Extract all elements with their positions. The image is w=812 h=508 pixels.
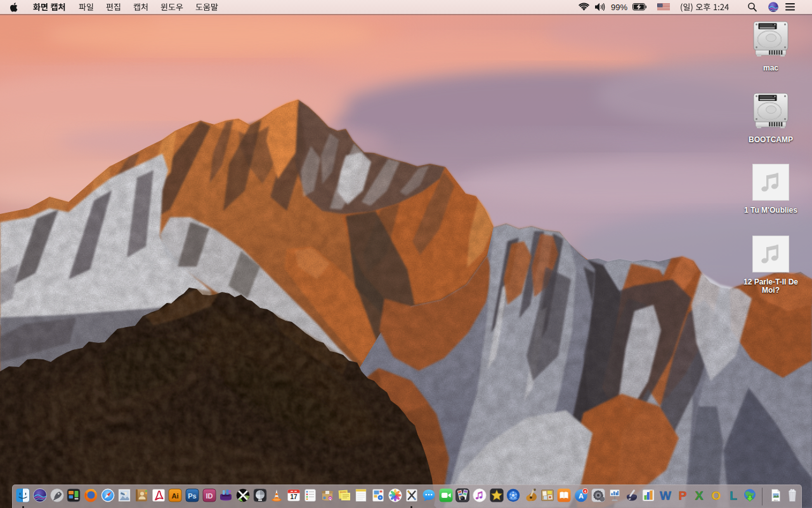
- svg-text:P: P: [678, 489, 686, 502]
- svg-text:A: A: [579, 492, 584, 500]
- svg-text:ID: ID: [206, 492, 213, 500]
- svg-text:Q: Q: [329, 497, 332, 500]
- svg-text:17: 17: [290, 493, 298, 500]
- svg-text:Ai: Ai: [172, 492, 179, 500]
- svg-text:W: W: [660, 489, 671, 502]
- svg-text:X: X: [695, 489, 704, 502]
- svg-text:Ps: Ps: [188, 492, 196, 500]
- svg-text:docx: docx: [774, 499, 778, 502]
- svg-text:L: L: [730, 489, 737, 502]
- svg-text:Memo: Memo: [339, 491, 346, 494]
- svg-text:99%: 99%: [611, 3, 627, 12]
- svg-text:O: O: [712, 489, 721, 502]
